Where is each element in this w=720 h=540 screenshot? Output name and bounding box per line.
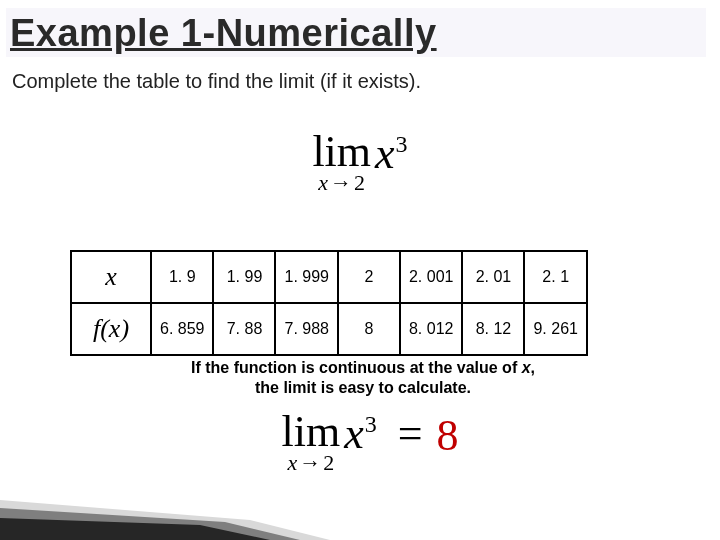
continuity-note: If the function is continuous at the val… bbox=[128, 358, 598, 398]
cell: 7. 988 bbox=[275, 303, 337, 355]
cell: 8. 12 bbox=[462, 303, 524, 355]
lim-var: x bbox=[375, 129, 395, 178]
cell: 2 bbox=[338, 251, 400, 303]
corner-accent-icon bbox=[0, 470, 330, 540]
table-row: f(x) 6. 859 7. 88 7. 988 8 8. 012 8. 12 … bbox=[71, 303, 587, 355]
cell: 6. 859 bbox=[151, 303, 213, 355]
lim-var: x bbox=[344, 409, 364, 458]
lim-sub-var: x bbox=[318, 170, 328, 195]
lim-sub-var: x bbox=[287, 450, 297, 475]
limit-expression-2: lim x→2 x3 = 8 bbox=[190, 410, 550, 474]
lim-sub-val: 2 bbox=[323, 450, 334, 475]
cell: 1. 99 bbox=[213, 251, 275, 303]
note-x: x bbox=[522, 359, 531, 376]
note-line2: the limit is easy to calculate. bbox=[255, 379, 471, 396]
cell: 8. 012 bbox=[400, 303, 462, 355]
lim-body: x3 = bbox=[344, 412, 432, 456]
page-title: Example 1-Numerically bbox=[10, 12, 437, 54]
lim-exp: 3 bbox=[365, 411, 377, 437]
svg-marker-2 bbox=[0, 518, 270, 540]
lim-word: lim bbox=[312, 130, 371, 174]
cell: 7. 88 bbox=[213, 303, 275, 355]
svg-marker-0 bbox=[0, 500, 330, 540]
slide: { "title": "Example 1-Numerically", "sub… bbox=[0, 0, 720, 540]
limit-expression-1: lim x→2 x3 bbox=[210, 130, 510, 194]
limit-answer: 8 bbox=[437, 410, 459, 461]
arrow-icon: → bbox=[297, 450, 323, 475]
title-bar: Example 1-Numerically bbox=[6, 8, 706, 57]
cell: 2. 001 bbox=[400, 251, 462, 303]
subtitle: Complete the table to find the limit (if… bbox=[12, 70, 421, 93]
arrow-icon: → bbox=[328, 170, 354, 195]
row-header-fx: f(x) bbox=[71, 303, 151, 355]
cell: 9. 261 bbox=[524, 303, 586, 355]
lim-subscript: x→2 bbox=[287, 452, 334, 474]
lim-word: lim bbox=[281, 410, 340, 454]
cell: 1. 999 bbox=[275, 251, 337, 303]
table-row: x 1. 9 1. 99 1. 999 2 2. 001 2. 01 2. 1 bbox=[71, 251, 587, 303]
lim-sub-val: 2 bbox=[354, 170, 365, 195]
lim-body: x3 bbox=[375, 132, 408, 176]
lim-subscript: x→2 bbox=[318, 172, 365, 194]
row-header-x: x bbox=[71, 251, 151, 303]
cell: 2. 01 bbox=[462, 251, 524, 303]
note-text: If the function is continuous at the val… bbox=[191, 359, 522, 376]
cell: 8 bbox=[338, 303, 400, 355]
equals-sign: = bbox=[398, 409, 423, 458]
note-comma: , bbox=[531, 359, 535, 376]
cell: 2. 1 bbox=[524, 251, 586, 303]
values-table: x 1. 9 1. 99 1. 999 2 2. 001 2. 01 2. 1 … bbox=[70, 250, 588, 356]
svg-marker-1 bbox=[0, 508, 300, 540]
cell: 1. 9 bbox=[151, 251, 213, 303]
lim-exp: 3 bbox=[396, 131, 408, 157]
